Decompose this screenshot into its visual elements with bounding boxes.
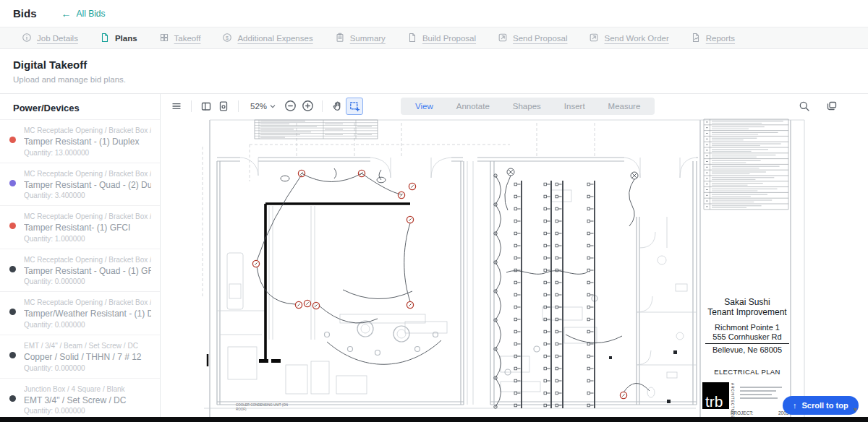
page-preview-button[interactable] — [215, 98, 232, 115]
titleblock-address-2: 555 Cornhusker Rd — [705, 332, 789, 344]
item-color-dot — [9, 137, 16, 143]
chevron-down-icon — [270, 103, 276, 109]
tab-label: Send Proposal — [513, 34, 567, 43]
item-category: Junction Box / 4 Square / Blank — [24, 384, 151, 394]
titleblock-address-1: Richmont Pointe 1 — [705, 323, 789, 332]
toolbar-right-icons — [796, 98, 841, 115]
tab-job-details[interactable]: Job Details — [22, 33, 78, 44]
tab-send-proposal[interactable]: Send Proposal — [498, 33, 567, 44]
marquee-select-icon — [349, 100, 360, 112]
grid-icon — [159, 33, 169, 44]
item-quantity: Quantity: 1.000000 — [24, 235, 151, 243]
search-icon — [799, 100, 810, 112]
tab-summary[interactable]: Summary — [335, 33, 386, 44]
architect-address-lines — [740, 387, 782, 401]
tab-build-proposal[interactable]: Build Proposal — [407, 33, 476, 44]
item-quantity: Quantity: 0.000000 — [24, 407, 151, 415]
side-panel-icon — [200, 100, 212, 112]
scrollbar-down-arrow[interactable]: ▾ — [854, 405, 857, 413]
page-icon — [100, 33, 110, 44]
zoom-level-dropdown[interactable]: 52% — [250, 102, 276, 111]
titleblock-sheet-title: ELECTRICAL PLAN — [705, 368, 789, 376]
list-item[interactable]: MC Receptacle Opening / Bracket Box / Sn… — [0, 205, 160, 249]
hamburger-icon — [171, 100, 182, 112]
item-color-dot — [9, 395, 16, 402]
item-category: EMT / 3/4" / Beam / Set Screw / DC — [24, 341, 151, 350]
report-page-icon — [691, 33, 701, 44]
item-label: Tamper Resistant - Quad - (2) Duplex — [24, 180, 151, 191]
item-category: MC Receptacle Opening / Bracket Box / Sn… — [24, 169, 151, 178]
mode-tab-annotate[interactable]: Annotate — [445, 99, 501, 113]
page-preview-icon — [218, 100, 229, 112]
clipboard-icon — [335, 33, 345, 44]
section-subtitle: Upload and manage bid plans. — [13, 75, 855, 84]
pan-tool-button[interactable] — [328, 98, 346, 115]
item-category: MC Receptacle Opening / Bracket Box / Sn… — [24, 255, 151, 264]
tab-label: Send Work Order — [604, 34, 668, 43]
page-icon — [407, 33, 417, 44]
cooler-note-label: COOLER CONDENSING UNIT (ON ROOF) — [236, 403, 288, 411]
mode-tab-measure[interactable]: Measure — [597, 99, 652, 113]
mode-tab-view[interactable]: View — [404, 99, 445, 113]
item-quantity: Quantity: 0.000000 — [24, 364, 151, 372]
topbar: Bids ← All Bids — [0, 0, 868, 27]
bottom-edge-strip — [0, 417, 868, 422]
viewer-toolbar: 52% ViewAnnotateShapesInsertMeasure — [161, 94, 868, 118]
tab-label: Additional Expenses — [237, 34, 312, 43]
mode-tab-insert[interactable]: Insert — [553, 99, 597, 113]
list-item[interactable]: MC Receptacle Opening / Bracket Box / Sn… — [0, 291, 160, 335]
tab-plans[interactable]: Plans — [100, 33, 137, 44]
dollar-circle-icon: $ — [222, 33, 232, 44]
svg-text:$: $ — [226, 35, 229, 40]
tab-additional-expenses[interactable]: $Additional Expenses — [222, 33, 312, 44]
scroll-to-top-button[interactable]: ↑ Scroll to top — [783, 396, 859, 415]
list-item[interactable]: MC Receptacle Opening / Bracket Box / Sn… — [0, 163, 160, 206]
side-panel-toggle-button[interactable] — [197, 98, 215, 115]
item-label: Copper / Solid / THHN / 7 # 12 — [24, 352, 151, 363]
item-category: MC Receptacle Opening / Bracket Box / Sn… — [24, 298, 151, 307]
list-item[interactable]: MC Receptacle Opening / Bracket Box / Sn… — [0, 119, 160, 163]
comments-icon — [826, 100, 838, 112]
send-box-icon — [589, 33, 599, 44]
back-arrow-icon: ← — [61, 9, 72, 19]
titleblock-project: Tenant Improvement — [705, 308, 789, 318]
tab-label: Job Details — [37, 34, 78, 43]
list-item[interactable]: EMT / 3/4" / Beam / Set Screw / DCCopper… — [0, 335, 160, 378]
thumbnails-menu-button[interactable] — [168, 98, 185, 115]
marquee-select-tool-button[interactable] — [346, 98, 363, 115]
mode-tab-shapes[interactable]: Shapes — [501, 99, 553, 113]
zoom-in-button[interactable] — [299, 98, 316, 115]
trb-logo: trb — [702, 382, 729, 409]
item-quantity: Quantity: 0.000000 — [24, 321, 151, 329]
trb-logo-vertical-text: ARCHITECTURE — [731, 383, 734, 409]
zoom-out-button[interactable] — [281, 98, 299, 115]
titleblock-client: Sakai Sushi — [705, 298, 789, 308]
tab-takeoff[interactable]: Takeoff — [159, 33, 201, 44]
back-to-all-bids-link[interactable]: ← All Bids — [61, 9, 106, 19]
plan-canvas[interactable]: Sakai Sushi Tenant Improvement Richmont … — [161, 118, 868, 417]
sheet-title-block: Sakai Sushi Tenant Improvement Richmont … — [705, 298, 789, 376]
tab-send-work-order[interactable]: Send Work Order — [589, 33, 668, 44]
zoom-level-value: 52% — [250, 102, 267, 111]
item-label: Tamper/Weather Resistant - (1) Duplex wi… — [24, 309, 151, 320]
tab-label: Plans — [115, 34, 137, 43]
item-color-dot — [9, 266, 16, 272]
zoom-out-icon — [284, 100, 297, 112]
toolbar-divider — [238, 100, 239, 112]
architect-logo-block: trb ARCHITECTURE — [702, 382, 791, 411]
tab-label: Build Proposal — [422, 34, 476, 43]
tab-reports[interactable]: Reports — [691, 33, 735, 44]
item-category: MC Receptacle Opening / Bracket Box / Sn… — [24, 212, 151, 221]
list-item[interactable]: Junction Box / 4 Square / BlankEMT 3/4" … — [0, 378, 160, 417]
sidebar-title: Power/Devices — [13, 103, 147, 113]
item-color-dot — [9, 180, 16, 186]
tab-label: Takeoff — [174, 34, 201, 43]
project-label: PROJECT: — [731, 410, 753, 415]
comments-panel-button[interactable] — [823, 98, 841, 115]
search-button[interactable] — [796, 98, 813, 115]
item-label: EMT 3/4" / Set Screw / DC — [24, 395, 151, 407]
item-label: Tamper Resistant - Quad - (1) GFCI + (1)… — [24, 266, 151, 277]
send-box-icon — [498, 33, 508, 44]
list-item[interactable]: MC Receptacle Opening / Bracket Box / Sn… — [0, 249, 160, 292]
takeoff-items-list: MC Receptacle Opening / Bracket Box / Sn… — [0, 119, 160, 417]
